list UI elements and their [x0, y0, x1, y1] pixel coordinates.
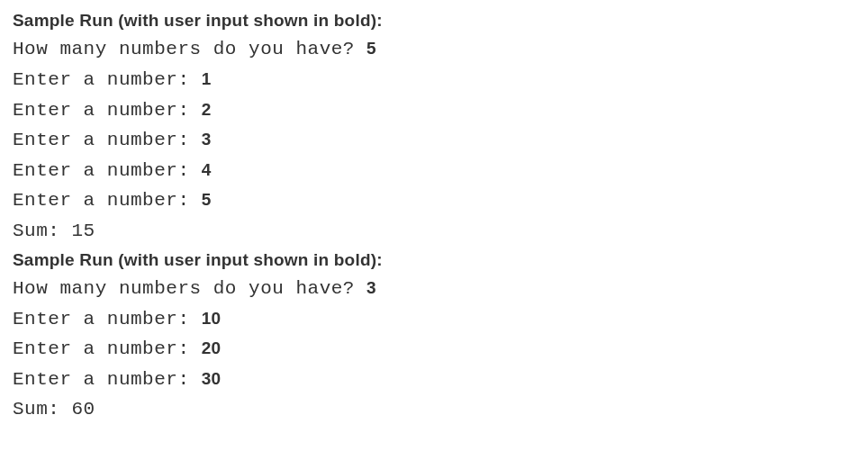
run2-count-input: 3 — [366, 278, 376, 297]
run2-input-3: 30 — [202, 369, 222, 388]
run2-enter-prompt: Enter a number: — [13, 369, 202, 390]
run2-enter-prompt: Enter a number: — [13, 309, 202, 329]
sample-run-heading-2: Sample Run (with user input shown in bol… — [13, 247, 855, 274]
run1-enter-prompt: Enter a number: — [13, 69, 202, 90]
run1-count-line: How many numbers do you have? 5 — [13, 34, 855, 65]
run1-enter-line-1: Enter a number: 1 — [13, 65, 855, 95]
run2-input-2: 20 — [202, 338, 222, 357]
run2-count-prompt: How many numbers do you have? — [13, 278, 366, 299]
run2-sum-value: 60 — [72, 399, 95, 419]
run1-input-5: 5 — [202, 190, 212, 209]
run1-sum-line: Sum: 15 — [13, 216, 855, 247]
run1-input-3: 3 — [202, 130, 212, 149]
run1-sum-value: 15 — [72, 221, 95, 241]
run2-enter-line-2: Enter a number: 20 — [13, 334, 855, 365]
run2-count-line: How many numbers do you have? 3 — [13, 274, 855, 304]
run2-sum-label: Sum: — [13, 399, 72, 419]
run1-enter-line-3: Enter a number: 3 — [13, 125, 855, 156]
sample-run-heading-1: Sample Run (with user input shown in bol… — [13, 7, 855, 34]
run2-enter-line-1: Enter a number: 10 — [13, 304, 855, 335]
run1-enter-line-5: Enter a number: 5 — [13, 185, 855, 216]
run1-enter-prompt: Enter a number: — [13, 130, 202, 150]
run1-input-2: 2 — [202, 100, 212, 119]
run2-enter-line-3: Enter a number: 30 — [13, 365, 855, 395]
run1-enter-line-4: Enter a number: 4 — [13, 156, 855, 186]
run1-count-prompt: How many numbers do you have? — [13, 39, 366, 59]
run1-enter-prompt: Enter a number: — [13, 100, 202, 121]
run2-enter-prompt: Enter a number: — [13, 338, 202, 359]
run1-enter-prompt: Enter a number: — [13, 190, 202, 211]
run2-sum-line: Sum: 60 — [13, 394, 855, 425]
run1-count-input: 5 — [366, 39, 376, 58]
run1-input-1: 1 — [202, 69, 212, 88]
run1-enter-line-2: Enter a number: 2 — [13, 95, 855, 126]
run1-sum-label: Sum: — [13, 221, 72, 241]
run1-input-4: 4 — [202, 160, 212, 179]
run1-enter-prompt: Enter a number: — [13, 160, 202, 181]
run2-input-1: 10 — [202, 309, 222, 328]
